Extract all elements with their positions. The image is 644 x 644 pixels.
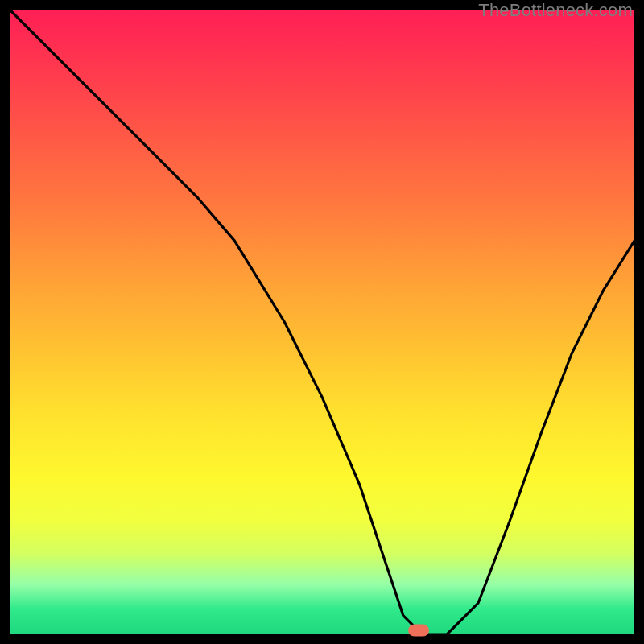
bottleneck-curve (10, 10, 634, 634)
curve-layer (10, 10, 634, 634)
optimal-point-marker (408, 624, 429, 636)
chart-frame: TheBottleneck.com (0, 0, 644, 644)
watermark-text: TheBottleneck.com (478, 0, 633, 21)
